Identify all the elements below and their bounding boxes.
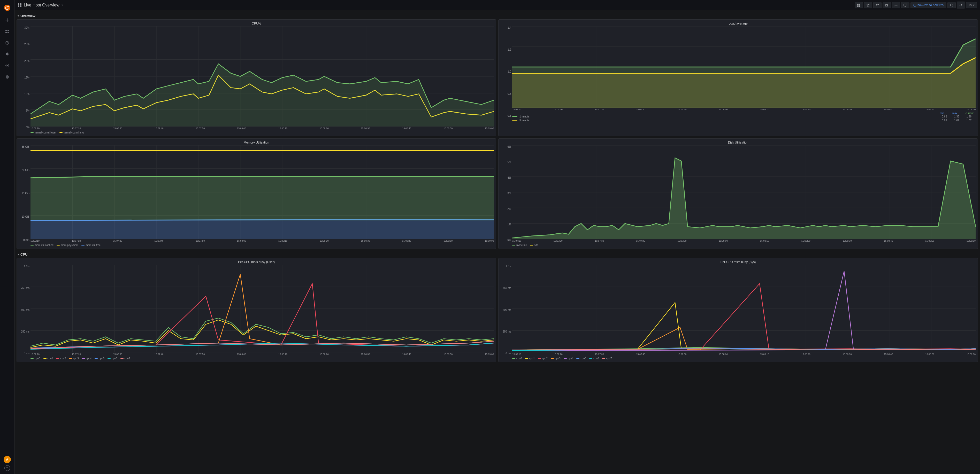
cpu-percent-svg	[30, 26, 494, 127]
cpu-percent-legend: kernel.cpu.util.user kernel.cpu.util.sys	[30, 131, 494, 134]
user-avatar[interactable]: A	[4, 456, 11, 463]
legend-dot-1min	[512, 116, 517, 117]
save-icon	[885, 3, 889, 7]
interval-button[interactable]: 1s ▾	[966, 2, 977, 8]
grid-icon-topbar	[18, 3, 22, 7]
chart-per-cpu-sys: 1.0 s 750 ms 500 ms 250 ms 0 ms	[501, 265, 975, 360]
svg-marker-18	[866, 4, 870, 7]
svg-rect-20	[904, 4, 907, 6]
legend-sda: sda	[530, 244, 538, 247]
svg-rect-10	[18, 3, 19, 5]
per-cpu-sys-x-labels: 15:07:10 15:07:20 15:07:30 15:07:40 15:0…	[512, 353, 975, 355]
topbar-actions: now-2m to now+2s 1s ▾	[855, 2, 977, 8]
bell-icon[interactable]	[3, 49, 12, 59]
disk-chart-area	[512, 145, 975, 239]
legend-nvme: nvme0n1	[512, 244, 527, 247]
svg-rect-15	[859, 4, 860, 5]
load-1min-max: 1.36	[954, 115, 959, 118]
chart-disk: 6% 5% 4% 3% 2% 1% 0%	[501, 145, 975, 247]
stat-col-current: current	[966, 112, 974, 115]
per-cpu-user-x-labels: 15:07:10 15:07:20 15:07:30 15:07:40 15:0…	[30, 353, 494, 355]
add-panel-button[interactable]	[855, 2, 863, 8]
disk-legend: nvme0n1 sda	[512, 244, 975, 247]
section-overview[interactable]: ▾ Overview	[16, 13, 978, 19]
svg-marker-57	[512, 57, 975, 108]
per-cpu-user-chart-area	[30, 265, 494, 352]
svg-point-2	[7, 6, 8, 7]
load-5min-current: 1.07	[967, 119, 972, 122]
svg-rect-4	[8, 30, 9, 31]
panel-memory-util: Memory Utilisation 38 GiB 29 GiB 19 GiB …	[16, 138, 496, 249]
help-icon[interactable]: ?	[5, 465, 10, 471]
add-panel-icon	[857, 3, 861, 7]
memory-chart-area	[30, 145, 494, 239]
search-button[interactable]	[947, 2, 956, 8]
legend-dot-user	[30, 132, 33, 133]
load-5min-label: 5 minute	[519, 119, 940, 122]
panel-load-average: Load average 1.4 1.2 1.0 0.8 0.6	[498, 19, 978, 136]
svg-marker-8	[7, 42, 8, 43]
section-cpu[interactable]: ▾ CPU	[16, 251, 978, 258]
load-5min-vals: 0.95 1.07 1.07	[942, 119, 972, 122]
svg-point-19	[896, 5, 897, 6]
per-cpu-sys-legend: cpu0 cpu1 cpu2 cpu3 cpu4 cpu5 cpu6 cpu7	[512, 357, 975, 360]
section-overview-label: Overview	[21, 14, 35, 18]
gear-icon	[894, 3, 898, 7]
load-5min-min: 0.95	[942, 119, 947, 122]
per-cpu-sys-chart-area	[512, 265, 975, 352]
shield-icon[interactable]	[3, 72, 12, 82]
legend-physmem: mem.physmem	[57, 244, 78, 247]
save-button[interactable]	[883, 2, 891, 8]
panel-memory-title: Memory Utilisation	[19, 141, 494, 144]
share-button[interactable]	[873, 2, 881, 8]
search-icon	[950, 3, 953, 7]
load-stats-header: min max current	[501, 112, 974, 115]
memory-y-axis: 38 GiB 29 GiB 19 GiB 10 GiB 0 KiB	[19, 145, 30, 241]
section-overview-chevron: ▾	[18, 14, 19, 17]
grid-icon[interactable]	[3, 27, 12, 36]
load-1min-vals: 0.62 1.36 1.36	[942, 115, 972, 118]
title-caret[interactable]: ▾	[62, 4, 63, 6]
tv-mode-button[interactable]	[901, 2, 910, 8]
grafana-logo[interactable]	[3, 3, 12, 13]
section-cpu-chevron: ▾	[18, 253, 19, 256]
dashboard-settings-button[interactable]	[892, 2, 900, 8]
load-1min-current: 1.36	[967, 115, 972, 118]
svg-marker-73	[30, 219, 494, 239]
load-1min-label: 1 minute	[519, 115, 940, 118]
cpu-percent-chart-area	[30, 26, 494, 127]
svg-rect-12	[18, 5, 19, 7]
svg-rect-11	[20, 3, 21, 5]
per-cpu-sys-y-axis: 1.0 s 750 ms 500 ms 250 ms 0 ms	[501, 265, 512, 355]
cpu-grid: Per-CPU ms/s busy (User) 1.0 s 750 ms 50…	[16, 258, 978, 362]
stat-col-min: min	[940, 112, 944, 115]
cpu-percent-x-labels: 15:07:10 15:07:20 15:07:30 15:07:40 15:0…	[30, 127, 494, 130]
chart-memory: 38 GiB 29 GiB 19 GiB 10 GiB 0 KiB	[19, 145, 494, 247]
stat-col-max: max	[952, 112, 957, 115]
interval-label: 1s	[968, 3, 972, 7]
legend-free: mem.util.free	[81, 244, 100, 247]
per-cpu-user-legend: cpu0 cpu1 cpu2 cpu3 cpu4 cpu5 cpu6 cpu7	[30, 357, 494, 360]
dashboard: ▾ Overview CPU% 30% 25% 20% 15% 10% 5% 0…	[14, 10, 980, 474]
panel-disk-title: Disk Utilisation	[501, 141, 975, 144]
memory-svg	[30, 145, 494, 239]
topbar: Live Host Overview ▾	[14, 0, 980, 10]
page-title: Live Host Overview	[24, 3, 59, 8]
time-range-label: now-2m to now+2s	[918, 3, 943, 7]
main-content: Live Host Overview ▾	[14, 0, 980, 474]
dashboard-title: Live Host Overview ▾	[18, 3, 63, 8]
monitor-icon	[904, 3, 907, 7]
disk-y-axis: 6% 5% 4% 3% 2% 1% 0%	[501, 145, 512, 241]
compass-icon[interactable]	[3, 38, 12, 48]
star-button[interactable]	[864, 2, 872, 8]
time-range-button[interactable]: now-2m to now+2s	[910, 2, 947, 8]
load-avg-x-labels: 15:07:10 15:07:20 15:07:30 15:07:40 15:0…	[512, 108, 975, 111]
refresh-button[interactable]	[957, 2, 965, 8]
plus-icon[interactable]	[3, 16, 12, 25]
svg-rect-6	[8, 32, 9, 33]
chart-cpu-percent: 30% 25% 20% 15% 10% 5% 0%	[19, 26, 494, 134]
legend-dot-sys	[59, 132, 62, 133]
settings-icon[interactable]	[3, 61, 12, 70]
legend-item-user: kernel.cpu.util.user	[30, 131, 56, 134]
panel-cpu-percent-title: CPU%	[19, 22, 494, 25]
